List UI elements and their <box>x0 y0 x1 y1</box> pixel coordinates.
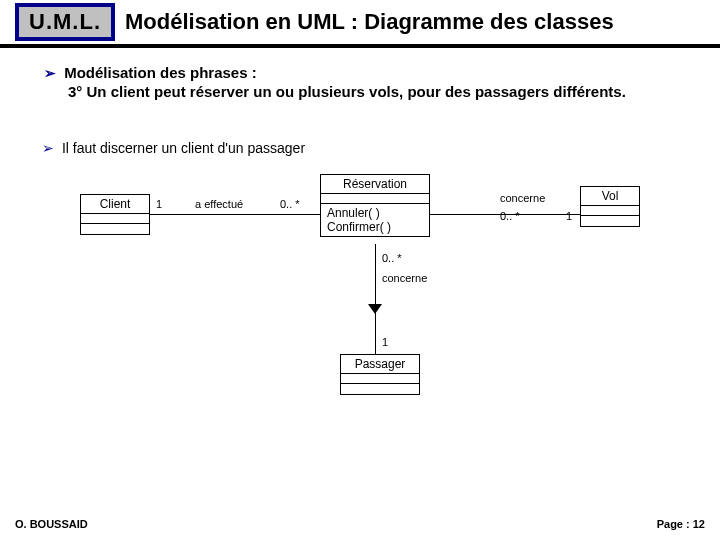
footer: O. BOUSSAID Page : 12 <box>15 518 705 530</box>
class-vol: Vol <box>580 186 640 227</box>
class-vol-ops <box>581 216 639 226</box>
assoc-label-concerne-passager: concerne <box>382 272 427 284</box>
class-reservation-name: Réservation <box>321 175 429 194</box>
content: ➢ Modélisation des phrases : 3° Un clien… <box>0 48 720 414</box>
bullet-arrow-icon: ➢ <box>44 65 56 81</box>
assoc-label-concerne-vol: concerne <box>500 192 545 204</box>
nav-arrow-down-icon <box>368 304 382 314</box>
class-client-name: Client <box>81 195 149 214</box>
header: U.M.L. Modélisation en UML : Diagramme d… <box>0 0 720 48</box>
class-client: Client <box>80 194 150 235</box>
bullet-line-2: ➢ Il faut discerner un client d'un passa… <box>42 140 700 156</box>
assoc-label-aeffectue: a effectué <box>195 198 243 210</box>
class-reservation-ops: Annuler( ) Confirmer( ) <box>321 204 429 236</box>
mult-vol-side: 1 <box>566 210 572 222</box>
page-title: Modélisation en UML : Diagramme des clas… <box>125 9 614 35</box>
mult-reservation-right: 0.. * <box>500 210 520 222</box>
mult-passager-side: 1 <box>382 336 388 348</box>
bullet1-text: Modélisation des phrases : <box>64 64 257 81</box>
class-vol-attrs <box>581 206 639 216</box>
bullet-arrow-icon: ➢ <box>42 140 54 156</box>
mult-reservation-bottom: 0.. * <box>382 252 402 264</box>
mult-reservation-left: 0.. * <box>280 198 300 210</box>
class-client-attrs <box>81 214 149 224</box>
op-annuler: Annuler( ) <box>327 206 423 220</box>
author: O. BOUSSAID <box>15 518 88 530</box>
op-confirmer: Confirmer( ) <box>327 220 423 234</box>
assoc-reservation-passager <box>375 244 376 354</box>
assoc-client-reservation <box>150 214 320 215</box>
logo: U.M.L. <box>15 3 115 41</box>
class-passager: Passager <box>340 354 420 395</box>
class-client-ops <box>81 224 149 234</box>
page-number: Page : 12 <box>657 518 705 530</box>
class-reservation-attrs <box>321 194 429 204</box>
class-passager-name: Passager <box>341 355 419 374</box>
bullet-line-1: ➢ Modélisation des phrases : <box>44 64 700 81</box>
class-diagram: Client Réservation Annuler( ) Confirmer(… <box>20 174 700 414</box>
bullet2-text: Il faut discerner un client d'un passage… <box>62 140 305 156</box>
class-reservation: Réservation Annuler( ) Confirmer( ) <box>320 174 430 237</box>
class-passager-attrs <box>341 374 419 384</box>
phrase-line: 3° Un client peut réserver un ou plusieu… <box>68 83 700 100</box>
class-passager-ops <box>341 384 419 394</box>
mult-client-side: 1 <box>156 198 162 210</box>
class-vol-name: Vol <box>581 187 639 206</box>
